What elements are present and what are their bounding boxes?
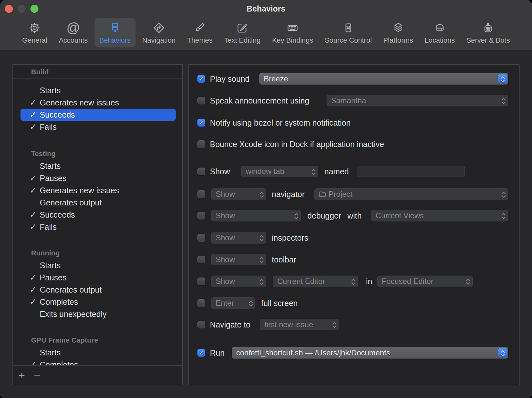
tab-accounts[interactable]: @ Accounts — [54, 18, 93, 47]
checkmark-icon — [29, 296, 37, 308]
checkmark-icon — [29, 271, 37, 284]
tab-behaviors[interactable]: Behaviors — [95, 18, 136, 47]
remove-button[interactable]: − — [34, 370, 40, 381]
tab-navigation[interactable]: Navigation — [137, 18, 180, 47]
show-toolbar-checkbox[interactable] — [197, 256, 205, 263]
list-item[interactable]: Pauses — [21, 172, 176, 184]
show-editor-checkbox[interactable] — [197, 278, 205, 285]
list-item[interactable]: Pauses — [21, 271, 176, 284]
source-control-icon — [342, 20, 355, 36]
run-script-row: Run confetti_shortcut.sh — /Users/jhk/Do… — [189, 346, 519, 359]
tab-label: Platforms — [383, 36, 413, 45]
voice-select[interactable]: Samantha — [327, 95, 508, 106]
navigate-target-select[interactable]: first new issue — [260, 319, 339, 330]
window-tab-select[interactable]: window tab — [241, 166, 318, 177]
stepper-icon — [351, 279, 355, 284]
show-window-tab-checkbox[interactable] — [197, 168, 205, 175]
fullscreen-checkbox[interactable] — [197, 299, 205, 307]
stepper-icon — [498, 348, 507, 357]
show-inspectors-checkbox[interactable] — [197, 234, 205, 242]
debugger-show-select[interactable]: Show — [211, 210, 301, 221]
show-debugger-checkbox[interactable] — [197, 212, 205, 220]
tab-locations[interactable]: Locations — [420, 18, 460, 47]
platforms-icon — [392, 20, 405, 36]
text-editing-icon — [236, 20, 249, 36]
tab-general[interactable]: General — [17, 18, 52, 47]
list-item[interactable]: Exits unexpectedly — [21, 308, 176, 320]
editor-what-select[interactable]: Current Editor — [273, 276, 358, 287]
add-button[interactable]: + — [19, 370, 25, 381]
speak-announcement-row: Speak announcement using Samantha — [189, 94, 519, 107]
fullscreen-row: Enter full screen — [189, 297, 519, 310]
navigate-to-row: Navigate to first new issue — [189, 318, 519, 331]
stepper-icon — [502, 98, 505, 103]
debugger-views-select[interactable]: Current Views — [371, 210, 508, 221]
inspectors-show-select[interactable]: Show — [211, 232, 266, 244]
stepper-icon — [312, 169, 315, 174]
stepper-icon — [260, 257, 263, 262]
navigator-pane-select[interactable]: Project — [314, 188, 508, 200]
toolbar-show-select[interactable]: Show — [211, 254, 266, 265]
tab-key-bindings[interactable]: Key Bindings — [267, 18, 318, 47]
list-item[interactable]: Succeeds — [21, 209, 176, 221]
titlebar: Behaviors — [0, 0, 532, 17]
play-sound-checkbox[interactable] — [197, 75, 205, 83]
behaviors-icon — [109, 20, 121, 36]
show-toolbar-row: Show toolbar — [189, 253, 519, 266]
show-debugger-row: Show debugger with Current Views — [189, 209, 519, 222]
at-sign-icon: @ — [66, 20, 80, 36]
list-item[interactable]: Starts — [21, 346, 176, 359]
tab-label: Themes — [187, 36, 212, 45]
speak-announcement-checkbox[interactable] — [197, 97, 205, 104]
tab-label: Source Control — [325, 36, 372, 45]
bounce-dock-checkbox[interactable] — [197, 140, 205, 148]
tab-source-control[interactable]: Source Control — [320, 18, 377, 47]
stepper-icon — [260, 279, 263, 284]
stepper-icon — [502, 213, 505, 218]
list-item[interactable]: Generates output — [21, 284, 176, 296]
stepper-icon — [294, 213, 298, 218]
notify-checkbox[interactable] — [197, 119, 205, 127]
tab-platforms[interactable]: Platforms — [378, 18, 418, 47]
robot-icon — [482, 20, 495, 36]
fullscreen-enter-select[interactable]: Enter — [211, 297, 255, 309]
tab-label: Accounts — [59, 36, 88, 45]
tab-themes[interactable]: Themes — [182, 18, 217, 47]
behavior-actions-panel: Play sound Breeze Speak announcement usi… — [188, 64, 520, 385]
play-sound-row: Play sound Breeze — [189, 72, 519, 85]
stepper-icon — [260, 192, 263, 197]
preferences-toolbar: General @ Accounts Behaviors Navigation — [0, 17, 532, 51]
section-header: Running — [13, 247, 182, 259]
stepper-icon — [249, 301, 253, 306]
list-item[interactable]: Completes — [21, 296, 176, 308]
list-item[interactable]: Starts — [21, 84, 176, 96]
list-item[interactable]: Starts — [21, 259, 176, 271]
navigate-to-checkbox[interactable] — [197, 321, 205, 328]
list-item[interactable]: Fails — [21, 221, 176, 233]
run-script-checkbox[interactable] — [197, 349, 205, 357]
locations-icon — [433, 20, 446, 36]
list-item[interactable]: Fails — [21, 121, 176, 133]
list-item[interactable]: Succeeds — [21, 109, 176, 121]
editor-show-select[interactable]: Show — [211, 276, 266, 287]
list-item[interactable]: Generates new issues — [21, 96, 176, 109]
tab-text-editing[interactable]: Text Editing — [219, 18, 265, 47]
editor-where-select[interactable]: Focused Editor — [377, 276, 473, 287]
run-script-select[interactable]: confetti_shortcut.sh — /Users/jhk/Docume… — [232, 347, 508, 359]
play-sound-select[interactable]: Breeze — [259, 73, 508, 85]
show-navigator-checkbox[interactable] — [197, 190, 205, 198]
stepper-icon — [466, 279, 470, 284]
list-item[interactable]: Starts — [21, 160, 176, 172]
section-header: Build — [13, 66, 182, 78]
checkmark-icon — [29, 121, 37, 133]
tab-server-bots[interactable]: Server & Bots — [461, 18, 515, 47]
preferences-window: Behaviors General @ Accounts Behaviors — [0, 0, 532, 398]
tab-label: Text Editing — [224, 36, 261, 45]
section-testing: Testing Starts Pauses Generates new issu… — [13, 148, 182, 233]
list-item[interactable]: Generates output — [21, 196, 176, 209]
named-input[interactable] — [357, 166, 465, 177]
list-item[interactable]: Generates new issues — [21, 184, 176, 196]
tab-label: Behaviors — [99, 36, 131, 45]
navigator-show-select[interactable]: Show — [211, 188, 266, 200]
checkmark-icon — [29, 172, 37, 184]
